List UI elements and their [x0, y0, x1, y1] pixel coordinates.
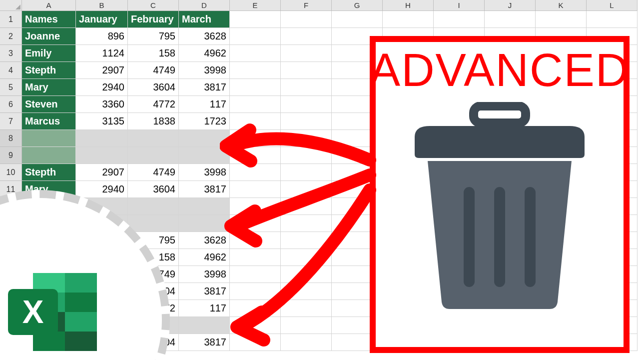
cell-empty[interactable] [281, 283, 332, 300]
cell-mar[interactable]: 3628 [179, 232, 230, 249]
cell-mar[interactable]: 4962 [179, 45, 230, 62]
row-header[interactable]: 8 [0, 130, 22, 147]
cell-mar[interactable]: 1723 [179, 113, 230, 130]
cell-name[interactable]: Emily [22, 45, 76, 62]
cell-empty[interactable] [281, 232, 332, 249]
row-header[interactable]: 7 [0, 113, 22, 130]
cell-empty[interactable] [281, 79, 332, 96]
cell-name[interactable]: Steven [22, 96, 76, 113]
col-header-K[interactable]: K [536, 0, 587, 11]
cell-empty[interactable] [281, 215, 332, 232]
col-header-A[interactable]: A [22, 0, 76, 11]
row-header[interactable]: 3 [0, 45, 22, 62]
cell-mar[interactable]: 3817 [179, 79, 230, 96]
cell-empty[interactable] [383, 11, 434, 28]
cell-mar[interactable]: 117 [179, 300, 230, 317]
col-header-I[interactable]: I [434, 0, 485, 11]
cell-feb[interactable]: 1838 [128, 113, 179, 130]
select-all-corner[interactable] [0, 0, 22, 11]
cell-empty[interactable] [230, 164, 281, 181]
cell[interactable] [179, 198, 230, 215]
cell-empty[interactable] [281, 147, 332, 164]
col-header-H[interactable]: H [383, 0, 434, 11]
row-header[interactable]: 6 [0, 96, 22, 113]
cell-name[interactable]: Stepth [22, 62, 76, 79]
cell-empty[interactable] [281, 198, 332, 215]
cell-empty[interactable] [434, 11, 485, 28]
cell-empty[interactable] [230, 181, 281, 198]
cell-jan[interactable]: 3135 [76, 113, 128, 130]
cell-empty[interactable] [230, 249, 281, 266]
cell-empty[interactable] [281, 45, 332, 62]
cell-empty[interactable] [230, 96, 281, 113]
col-header-D[interactable]: D [179, 0, 230, 11]
cell[interactable] [76, 130, 128, 147]
cell-empty[interactable] [230, 11, 281, 28]
cell-jan[interactable]: 2907 [76, 62, 128, 79]
cell-empty[interactable] [230, 266, 281, 283]
cell-feb[interactable]: 3604 [128, 79, 179, 96]
cell-empty[interactable] [281, 113, 332, 130]
cell-jan[interactable]: 2940 [76, 79, 128, 96]
cell-name[interactable]: Mary [22, 79, 76, 96]
cell[interactable] [179, 215, 230, 232]
col-header-F[interactable]: F [281, 0, 332, 11]
cell[interactable] [76, 147, 128, 164]
cell[interactable] [128, 130, 179, 147]
cell-empty[interactable] [230, 130, 281, 147]
row-header[interactable]: 5 [0, 79, 22, 96]
cell-feb[interactable]: 4749 [128, 62, 179, 79]
cell-empty[interactable] [281, 300, 332, 317]
cell-empty[interactable] [230, 283, 281, 300]
col-header-J[interactable]: J [485, 0, 536, 11]
cell-empty[interactable] [281, 11, 332, 28]
cell-empty[interactable] [536, 11, 587, 28]
header-march[interactable]: March [179, 11, 230, 28]
cell-empty[interactable] [332, 11, 383, 28]
row-header[interactable]: 9 [0, 147, 22, 164]
cell-empty[interactable] [230, 215, 281, 232]
cell[interactable] [128, 215, 179, 232]
cell[interactable] [128, 147, 179, 164]
cell-mar[interactable]: 3998 [179, 164, 230, 181]
cell-empty[interactable] [281, 96, 332, 113]
cell-mar[interactable]: 3817 [179, 181, 230, 198]
cell-feb[interactable]: 4749 [128, 164, 179, 181]
cell-mar[interactable]: 3817 [179, 334, 230, 351]
cell-empty[interactable] [587, 11, 638, 28]
cell-mar[interactable]: 3998 [179, 62, 230, 79]
cell-empty[interactable] [230, 79, 281, 96]
cell-empty[interactable] [281, 249, 332, 266]
cell-feb[interactable]: 3604 [128, 181, 179, 198]
cell-empty[interactable] [230, 198, 281, 215]
col-header-G[interactable]: G [332, 0, 383, 11]
cell-mar[interactable]: 4962 [179, 249, 230, 266]
cell-name[interactable]: Joanne [22, 28, 76, 45]
cell-feb[interactable]: 795 [128, 28, 179, 45]
row-header[interactable]: 10 [0, 164, 22, 181]
col-header-B[interactable]: B [76, 0, 128, 11]
cell-empty[interactable] [230, 62, 281, 79]
cell[interactable] [179, 147, 230, 164]
header-january[interactable]: January [76, 11, 128, 28]
header-names[interactable]: Names [22, 11, 76, 28]
cell-empty[interactable] [485, 11, 536, 28]
cell-mar[interactable]: 3817 [179, 283, 230, 300]
cell-empty[interactable] [230, 317, 281, 334]
cell-empty[interactable] [281, 317, 332, 334]
cell-jan[interactable]: 1124 [76, 45, 128, 62]
cell-empty[interactable] [281, 62, 332, 79]
row-header[interactable]: 4 [0, 62, 22, 79]
cell-name[interactable] [22, 130, 76, 147]
cell-empty[interactable] [230, 45, 281, 62]
col-header-E[interactable]: E [230, 0, 281, 11]
cell-jan[interactable]: 2907 [76, 164, 128, 181]
header-february[interactable]: February [128, 11, 179, 28]
col-header-L[interactable]: L [587, 0, 638, 11]
cell-name[interactable]: Marcus [22, 113, 76, 130]
cell-empty[interactable] [230, 334, 281, 351]
cell-empty[interactable] [230, 113, 281, 130]
cell-name[interactable]: Stepth [22, 164, 76, 181]
cell-feb[interactable]: 4772 [128, 96, 179, 113]
cell-empty[interactable] [281, 164, 332, 181]
